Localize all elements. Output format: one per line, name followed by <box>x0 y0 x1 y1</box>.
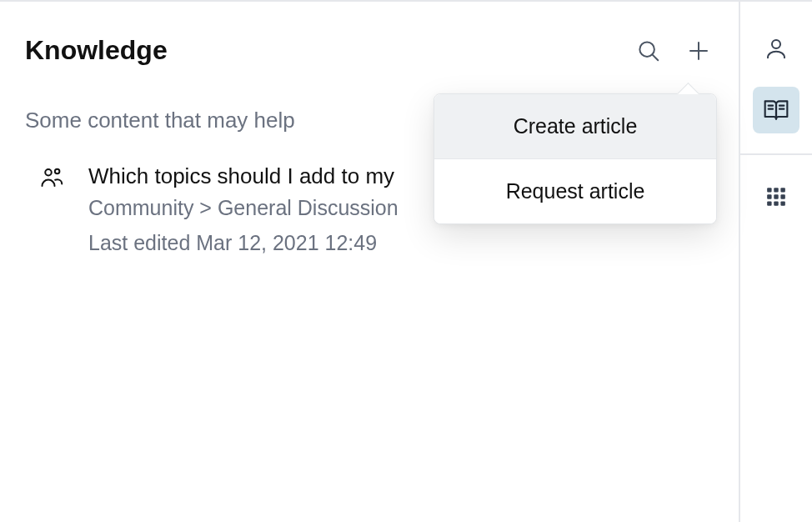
plus-icon <box>686 38 711 63</box>
create-article-option[interactable]: Create article <box>434 94 716 158</box>
svg-rect-11 <box>767 188 771 192</box>
svg-rect-18 <box>774 201 778 205</box>
panel-header: Knowledge <box>25 35 714 66</box>
svg-rect-14 <box>767 194 771 198</box>
rail-user-button[interactable] <box>753 25 799 72</box>
svg-rect-17 <box>767 201 771 205</box>
request-article-option[interactable]: Request article <box>434 159 716 223</box>
rail-divider <box>740 153 812 155</box>
right-rail <box>739 2 812 522</box>
svg-point-4 <box>45 169 52 176</box>
svg-rect-15 <box>774 194 778 198</box>
svg-rect-12 <box>774 188 778 192</box>
apps-grid-icon <box>765 186 787 208</box>
knowledge-panel: Knowledge Some content that may help <box>0 2 739 522</box>
article-title: Which topics should I add to my <box>88 163 398 189</box>
svg-rect-19 <box>780 201 784 205</box>
community-icon <box>40 165 65 190</box>
svg-rect-13 <box>780 188 784 192</box>
book-open-icon <box>763 97 789 123</box>
svg-line-1 <box>652 54 658 60</box>
panel-title: Knowledge <box>25 35 168 66</box>
user-icon <box>764 36 789 61</box>
rail-knowledge-button[interactable] <box>753 87 799 133</box>
panel-actions <box>634 36 714 66</box>
svg-point-6 <box>772 40 780 48</box>
add-button[interactable] <box>684 36 714 66</box>
article-body: Which topics should I add to my Communit… <box>88 163 398 258</box>
rail-apps-button[interactable] <box>753 173 799 220</box>
svg-rect-16 <box>780 194 784 198</box>
article-last-edited: Last edited Mar 12, 2021 12:49 <box>88 228 398 259</box>
search-icon <box>636 38 661 63</box>
article-breadcrumb: Community > General Discussion <box>88 193 398 224</box>
search-button[interactable] <box>634 36 664 66</box>
add-dropdown: Create article Request article <box>434 93 717 224</box>
svg-point-5 <box>55 169 60 174</box>
